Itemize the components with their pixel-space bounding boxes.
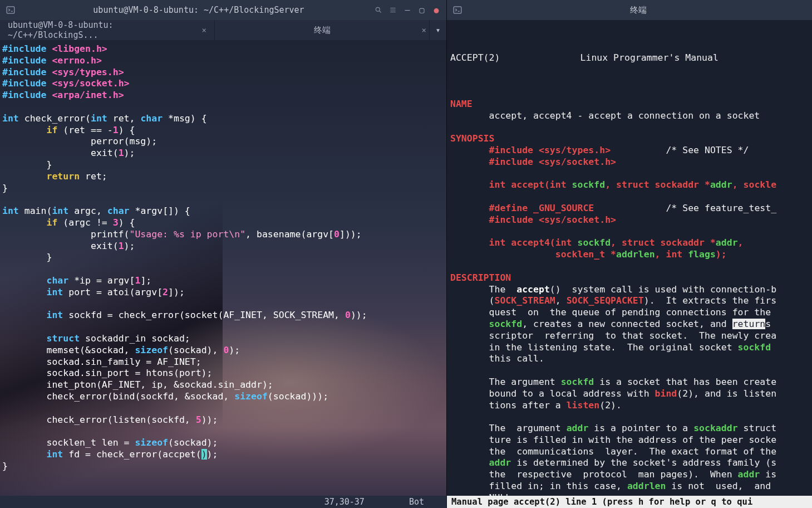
man-header-center: Linux Programmer's Manual bbox=[580, 52, 719, 64]
close-tab-icon[interactable]: × bbox=[202, 26, 206, 35]
close-tab-icon[interactable]: × bbox=[422, 26, 426, 35]
close-button[interactable]: ● bbox=[432, 6, 441, 14]
right-window-title: 终端 bbox=[470, 5, 806, 16]
man-header: ACCEPT(2) Linux Programmer's Manual bbox=[450, 52, 810, 64]
cursor-position: 37,30-37 bbox=[324, 497, 365, 507]
svg-rect-0 bbox=[7, 7, 14, 13]
vim-statusbar: 37,30-37 Bot bbox=[0, 496, 446, 508]
terminal-icon bbox=[6, 5, 16, 15]
terminal-icon bbox=[452, 5, 462, 15]
man-header-left: ACCEPT(2) bbox=[450, 52, 500, 64]
right-terminal-window: 终端 ACCEPT(2) Linux Programmer's Manual N… bbox=[447, 0, 812, 508]
man-statusline: Manual page accept(2) line 1 (press h fo… bbox=[447, 496, 812, 508]
svg-rect-2 bbox=[454, 7, 461, 13]
new-tab-button[interactable]: ▾ bbox=[430, 20, 446, 40]
man-content: NAME accept, accept4 - accept a connecti… bbox=[450, 87, 810, 496]
tab-label: 终端 bbox=[314, 25, 331, 36]
left-window-title: ubuntu@VM-0-8-ubuntu: ~/C++/BlockingServ… bbox=[23, 5, 374, 15]
svg-point-1 bbox=[376, 7, 380, 11]
left-titlebar[interactable]: ubuntu@VM-0-8-ubuntu: ~/C++/BlockingServ… bbox=[0, 0, 446, 20]
maximize-button[interactable]: ▢ bbox=[417, 6, 426, 14]
hamburger-menu-icon[interactable] bbox=[388, 6, 397, 14]
minimize-button[interactable]: — bbox=[403, 6, 412, 14]
scroll-position: Bot bbox=[409, 497, 424, 507]
code-content: #include <libgen.h>#include <errno.h>#in… bbox=[2, 43, 444, 472]
man-page-pane[interactable]: ACCEPT(2) Linux Programmer's Manual NAME… bbox=[447, 20, 812, 496]
tab-0[interactable]: ubuntu@VM-0-8-ubuntu: ~/C++/BlockingS...… bbox=[0, 20, 215, 40]
code-editor-pane[interactable]: #include <libgen.h>#include <errno.h>#in… bbox=[0, 40, 446, 496]
left-terminal-window: ubuntu@VM-0-8-ubuntu: ~/C++/BlockingServ… bbox=[0, 0, 447, 508]
search-icon[interactable] bbox=[374, 6, 383, 14]
left-tabbar: ubuntu@VM-0-8-ubuntu: ~/C++/BlockingS...… bbox=[0, 20, 446, 40]
tab-label: ubuntu@VM-0-8-ubuntu: ~/C++/BlockingS... bbox=[8, 20, 198, 40]
tab-1[interactable]: 终端 × bbox=[215, 20, 430, 40]
right-titlebar[interactable]: 终端 bbox=[447, 0, 812, 20]
